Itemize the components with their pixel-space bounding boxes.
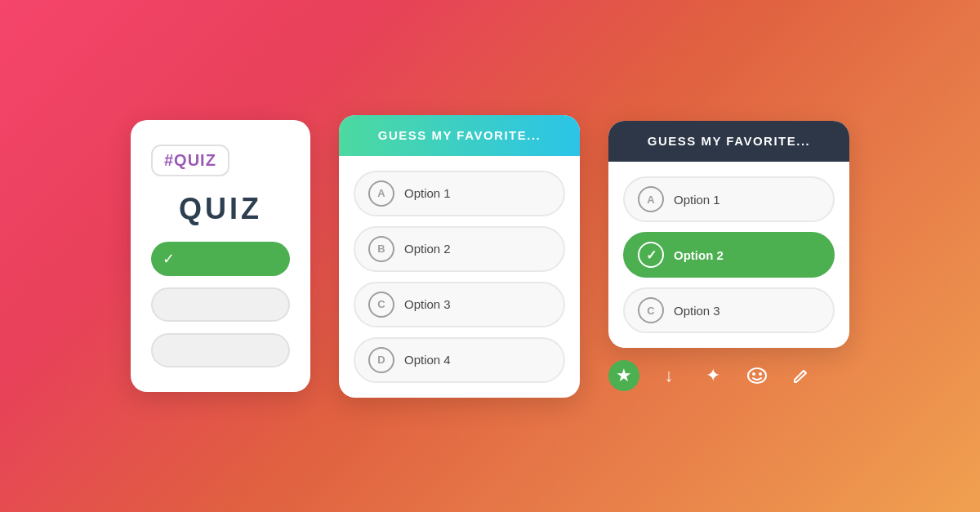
card2-header-text: GUESS MY FAVORITE... bbox=[378, 128, 541, 142]
option-text-b: Option 2 bbox=[404, 242, 451, 256]
card3-option-text-a: Option 1 bbox=[674, 193, 720, 207]
quiz-selected-bar: ✓ bbox=[151, 242, 290, 276]
quiz-title: QUIZ bbox=[179, 192, 262, 226]
card3-option-text-c: Option 3 bbox=[674, 304, 720, 318]
quiz-card-selected: GUESS MY FAVORITE... A Option 1 ✓ Option… bbox=[608, 121, 849, 348]
card3-option-letter-c: C bbox=[638, 297, 664, 323]
option-letter-d: D bbox=[368, 347, 394, 373]
card2-header: GUESS MY FAVORITE... bbox=[339, 115, 580, 156]
card3-option-letter-a: A bbox=[638, 186, 664, 212]
option-text-c: Option 3 bbox=[404, 297, 451, 311]
card3-body: A Option 1 ✓ Option 2 C Option 3 bbox=[608, 162, 849, 348]
svg-point-1 bbox=[752, 372, 755, 376]
svg-point-0 bbox=[748, 368, 766, 383]
quiz-empty-bar-2 bbox=[151, 333, 290, 367]
sparkle-face-icon[interactable]: ✦ bbox=[698, 361, 728, 390]
checkmark-icon: ✓ bbox=[163, 250, 175, 268]
download-icon[interactable]: ↓ bbox=[654, 361, 684, 390]
card3-option-row-b[interactable]: ✓ Option 2 bbox=[623, 232, 835, 278]
quiz-hashtag-badge: #QUIZ bbox=[151, 145, 229, 176]
card3-section: GUESS MY FAVORITE... A Option 1 ✓ Option… bbox=[608, 121, 849, 391]
card3-option-letter-b: ✓ bbox=[638, 242, 664, 268]
star-icon[interactable]: ★ bbox=[608, 360, 639, 391]
svg-point-2 bbox=[759, 372, 762, 376]
card3-header: GUESS MY FAVORITE... bbox=[608, 121, 849, 162]
option-letter-a: A bbox=[368, 180, 394, 207]
option-text-a: Option 1 bbox=[404, 186, 451, 200]
card3-option-text-b: Option 2 bbox=[674, 248, 724, 262]
bottom-toolbar: ★ ↓ ✦ bbox=[608, 360, 849, 391]
pencil-icon[interactable] bbox=[786, 361, 816, 390]
quiz-sticker-card: #QUIZ QUIZ ✓ bbox=[131, 120, 310, 392]
option-row-d[interactable]: D Option 4 bbox=[354, 337, 565, 383]
quiz-card-full: GUESS MY FAVORITE... A Option 1 B Option… bbox=[339, 115, 580, 398]
quiz-empty-bar-1 bbox=[151, 287, 290, 322]
option-row-c[interactable]: C Option 3 bbox=[354, 282, 565, 327]
card3-option-row-c[interactable]: C Option 3 bbox=[623, 287, 835, 333]
card2-body: A Option 1 B Option 2 C Option 3 D Optio… bbox=[339, 156, 580, 398]
mask-icon[interactable] bbox=[742, 361, 772, 390]
option-letter-b: B bbox=[368, 236, 394, 262]
cards-wrapper: #QUIZ QUIZ ✓ GUESS MY FAVORITE... A Opti… bbox=[131, 115, 849, 398]
option-text-d: Option 4 bbox=[404, 353, 451, 367]
option-row-a[interactable]: A Option 1 bbox=[354, 171, 565, 216]
option-row-b[interactable]: B Option 2 bbox=[354, 226, 565, 272]
card3-option-row-a[interactable]: A Option 1 bbox=[623, 176, 835, 222]
option-letter-c: C bbox=[368, 292, 394, 318]
card3-header-text: GUESS MY FAVORITE... bbox=[648, 134, 810, 148]
